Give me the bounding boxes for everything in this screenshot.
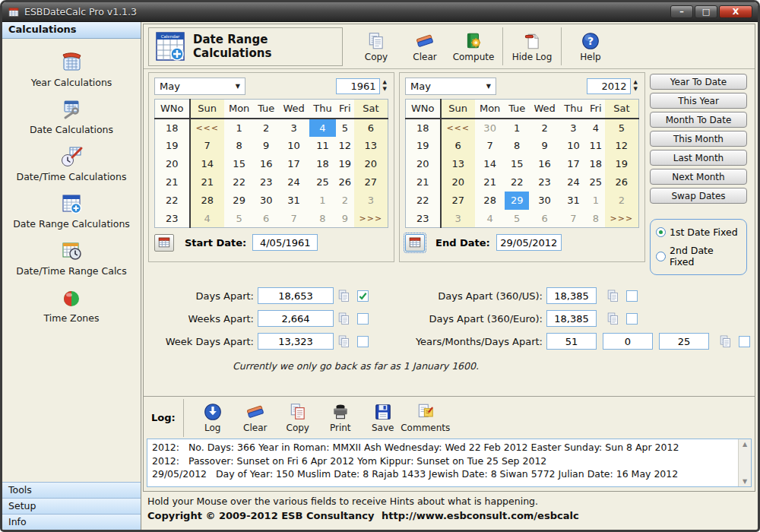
toolbar-button-copy[interactable]: Copy bbox=[354, 31, 398, 62]
calendar-day-cell[interactable]: 12 bbox=[605, 137, 639, 155]
calendar-day-cell[interactable]: 14 bbox=[190, 155, 224, 173]
calendar-day-cell[interactable]: 3 bbox=[560, 119, 587, 137]
start-date-input[interactable]: 4/05/1961 bbox=[252, 234, 318, 251]
close-button[interactable]: X bbox=[719, 5, 752, 18]
calendar-day-cell[interactable]: 20 bbox=[441, 173, 475, 192]
copy-checkbox[interactable] bbox=[626, 313, 638, 325]
calendar-picker-button[interactable] bbox=[405, 234, 425, 252]
end-date-input[interactable]: 29/05/2012 bbox=[496, 234, 562, 251]
calendar-day-cell[interactable]: 23 bbox=[254, 173, 278, 192]
log-textarea[interactable]: 2012: No. Days: 366 Year in Roman: MMXII… bbox=[147, 439, 752, 487]
calendar-day-cell[interactable]: 18 bbox=[309, 155, 336, 173]
sidebar-item-date-time-range-calcs[interactable]: Date/Time Range Calcs bbox=[2, 235, 141, 282]
year-spin-down-icon[interactable]: ▼ bbox=[632, 86, 639, 93]
quick-button-swap-dates[interactable]: Swap Dates bbox=[650, 188, 747, 204]
calendar-day-cell[interactable]: 28 bbox=[190, 192, 224, 210]
calendar-day-cell[interactable]: 31 bbox=[278, 192, 309, 210]
calendar-day-cell[interactable]: 24 bbox=[560, 173, 587, 192]
copy-checkbox[interactable] bbox=[357, 313, 369, 325]
sidebar-section-tools[interactable]: Tools bbox=[2, 482, 141, 498]
sidebar-item-time-zones[interactable]: Time Zones bbox=[2, 282, 141, 329]
calendar-day-cell[interactable]: 7 bbox=[190, 137, 224, 155]
calendar-day-cell[interactable]: 27 bbox=[354, 173, 388, 192]
result-value-field[interactable]: 2,664 bbox=[258, 310, 334, 327]
calendar-day-cell[interactable]: 10 bbox=[278, 137, 309, 155]
calendar-day-cell[interactable]: 15 bbox=[505, 155, 529, 173]
toolbar-button-compute[interactable]: Compute bbox=[451, 31, 496, 62]
copy-to-clipboard-icon[interactable] bbox=[337, 312, 351, 326]
maximize-button[interactable]: □ bbox=[695, 5, 717, 18]
calendar-day-cell[interactable]: 9 bbox=[529, 137, 560, 155]
log-button-clear[interactable]: Clear bbox=[234, 402, 277, 433]
calendar-day-cell[interactable]: 21 bbox=[475, 173, 505, 192]
calendar-nav-cell[interactable]: <<< bbox=[190, 119, 224, 137]
calendar-day-cell[interactable]: 4 bbox=[475, 210, 505, 228]
copy-to-clipboard-icon[interactable] bbox=[337, 334, 351, 349]
sidebar-item-year-calculations[interactable]: Year Calculations bbox=[2, 46, 141, 93]
calendar-nav-cell[interactable]: >>> bbox=[605, 210, 639, 228]
quick-button-year-to-date[interactable]: Year To Date bbox=[650, 74, 747, 90]
calendar-day-cell[interactable]: 16 bbox=[529, 155, 560, 173]
year-spin-up-icon[interactable]: ▲ bbox=[382, 79, 388, 86]
result-value-field[interactable]: 18,385 bbox=[546, 310, 597, 327]
calendar-day-cell[interactable]: 26 bbox=[605, 173, 639, 192]
calendar-day-cell[interactable]: 31 bbox=[560, 192, 587, 210]
copy-to-clipboard-icon[interactable] bbox=[606, 289, 620, 303]
calendar-day-cell[interactable]: 22 bbox=[505, 173, 529, 192]
quick-button-last-month[interactable]: Last Month bbox=[650, 150, 747, 166]
calendar-day-cell[interactable]: 5 bbox=[605, 119, 639, 137]
sidebar-section-setup[interactable]: Setup bbox=[2, 498, 141, 514]
radio-option-1[interactable]: 1st Date Fixed bbox=[656, 226, 741, 238]
calendar-day-cell[interactable]: 6 bbox=[254, 210, 278, 228]
calendar-day-cell[interactable]: 12 bbox=[336, 137, 354, 155]
copy-checkbox[interactable] bbox=[357, 290, 369, 302]
calendar-day-cell[interactable]: 2 bbox=[529, 119, 560, 137]
calendar-day-cell[interactable]: 14 bbox=[475, 155, 505, 173]
copy-checkbox[interactable] bbox=[739, 336, 750, 347]
calendar-day-cell[interactable]: 3 bbox=[441, 210, 475, 228]
calendar-day-cell[interactable]: 25 bbox=[587, 173, 605, 192]
calendar-day-cell[interactable]: 19 bbox=[336, 155, 354, 173]
result-value-field[interactable]: 0 bbox=[603, 333, 653, 350]
copy-to-clipboard-icon[interactable] bbox=[337, 289, 351, 303]
calendar-day-cell[interactable]: 4 bbox=[309, 119, 336, 137]
toolbar-button-hide-log[interactable]: Hide Log bbox=[510, 31, 554, 62]
calendar-day-cell[interactable]: 26 bbox=[336, 173, 354, 192]
calendar-day-cell[interactable]: 23 bbox=[529, 173, 560, 192]
log-button-print[interactable]: Print bbox=[319, 402, 362, 433]
calendar-nav-cell[interactable]: <<< bbox=[441, 119, 475, 137]
calendar-day-cell[interactable]: 20 bbox=[354, 155, 388, 173]
sidebar-item-date-range-calculations[interactable]: Date Range Calculations bbox=[2, 188, 141, 235]
log-button-comments[interactable]: Comments bbox=[404, 402, 447, 433]
calendar-day-cell[interactable]: 27 bbox=[441, 192, 475, 210]
calendar-day-cell[interactable]: 29 bbox=[505, 192, 529, 210]
calendar-day-cell[interactable]: 7 bbox=[475, 137, 505, 155]
copy-checkbox[interactable] bbox=[357, 336, 369, 347]
calendar-day-cell[interactable]: 4 bbox=[190, 210, 224, 228]
result-value-field[interactable]: 18,385 bbox=[546, 287, 597, 304]
calendar-day-cell[interactable]: 21 bbox=[190, 173, 224, 192]
calendar-day-cell[interactable]: 1 bbox=[309, 192, 336, 210]
calendar-day-cell[interactable]: 2 bbox=[605, 192, 639, 210]
calendar-day-cell[interactable]: 9 bbox=[254, 137, 278, 155]
calendar-day-cell[interactable]: 7 bbox=[560, 210, 587, 228]
calendar-day-cell[interactable]: 30 bbox=[254, 192, 278, 210]
calendar-day-cell[interactable]: 11 bbox=[587, 137, 605, 155]
sidebar-item-date-time-calculations[interactable]: Date/Time Calculations bbox=[2, 141, 141, 188]
copy-checkbox[interactable] bbox=[626, 290, 638, 302]
calendar-day-cell[interactable]: 17 bbox=[278, 155, 309, 173]
log-button-copy[interactable]: Copy bbox=[277, 402, 319, 433]
calendar-day-cell[interactable]: 8 bbox=[505, 137, 529, 155]
calendar-day-cell[interactable]: 8 bbox=[309, 210, 336, 228]
calendar-day-cell[interactable]: 24 bbox=[278, 173, 309, 192]
calendar-day-cell[interactable]: 4 bbox=[587, 119, 605, 137]
radio-option-2[interactable]: 2nd Date Fixed bbox=[656, 245, 741, 268]
calendar-day-cell[interactable]: 5 bbox=[505, 210, 529, 228]
calendar-day-cell[interactable]: 3 bbox=[354, 192, 388, 210]
quick-button-next-month[interactable]: Next Month bbox=[650, 169, 747, 185]
calendar-day-cell[interactable]: 16 bbox=[254, 155, 278, 173]
calendar-day-cell[interactable]: 8 bbox=[224, 137, 254, 155]
calendar-day-cell[interactable]: 6 bbox=[354, 119, 388, 137]
year-input[interactable]: 1961 bbox=[336, 78, 380, 94]
calendar-day-cell[interactable]: 6 bbox=[441, 137, 475, 155]
